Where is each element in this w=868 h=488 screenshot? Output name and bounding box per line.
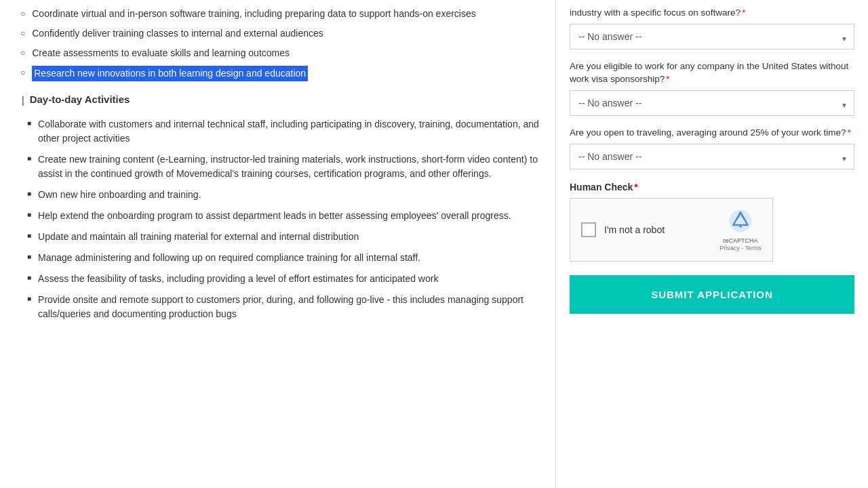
question3-label: Are you open to traveling, averaging aro… [570, 127, 854, 140]
activity-list: Collaborate with customers and internal … [20, 117, 542, 321]
bullet-item-1: Coordinate virtual and in-person softwar… [20, 7, 542, 21]
intro-bullet-list: Coordinate virtual and in-person softwar… [20, 7, 542, 81]
activity-item-1: Collaborate with customers and internal … [27, 117, 542, 146]
activity-item-5: Update and maintain all training materia… [27, 230, 542, 244]
right-panel: industry with a specific focus on softwa… [556, 0, 868, 488]
bullet-item-2: Confidently deliver training classes to … [20, 26, 542, 41]
activity-item-7: Assess the feasibility of tasks, includi… [27, 272, 542, 286]
recaptcha-text: I'm not a robot [604, 224, 665, 235]
recaptcha-brand-text: reCAPTCHA [724, 237, 758, 245]
activity-item-8: Provide onsite and remote support to cus… [27, 293, 542, 321]
question1-label: industry with a specific focus on softwa… [570, 7, 854, 20]
question2-label: Are you eligible to work for any company… [570, 60, 854, 86]
recaptcha-privacy-text: Privacy - Terms [719, 245, 762, 251]
recaptcha-left: I'm not a robot [581, 222, 665, 237]
activity-item-6: Manage administering and following up on… [27, 251, 542, 265]
bullet-item-3: Create assessments to evaluate skills an… [20, 46, 542, 60]
question2-wrapper[interactable]: -- No answer -- [570, 90, 854, 120]
recaptcha-logo: reCAPTCHA Privacy - Terms [719, 208, 762, 252]
day-to-day-title: Day-to-day Activities [28, 94, 130, 105]
question2-required: * [666, 74, 669, 84]
question1-wrapper[interactable]: -- No answer -- [570, 24, 854, 54]
recaptcha-icon [728, 208, 753, 237]
submit-application-button[interactable]: SUBMIT APPLICATION [570, 275, 854, 314]
question3-select[interactable]: -- No answer -- [570, 144, 854, 169]
human-check-label: Human Check* [570, 182, 854, 192]
question3-required: * [848, 127, 851, 138]
svg-point-0 [739, 225, 742, 228]
question3-wrapper[interactable]: -- No answer -- [570, 144, 854, 174]
activity-item-4: Help extend the onboarding program to as… [27, 209, 542, 223]
activity-item-2: Create new training content (e-Learning,… [27, 152, 542, 181]
bullet-item-4-highlighted: Research new innovations in both learnin… [20, 66, 542, 81]
recaptcha-box: I'm not a robot reCAPTCHA Privacy - Term… [570, 198, 773, 262]
activity-item-3: Own new hire onboarding and training. [27, 188, 542, 202]
question2-select[interactable]: -- No answer -- [570, 90, 854, 116]
human-check-required: * [634, 182, 637, 192]
question1-required: * [742, 7, 745, 18]
left-panel: Coordinate virtual and in-person softwar… [0, 0, 556, 488]
recaptcha-checkbox[interactable] [581, 222, 596, 237]
question1-select[interactable]: -- No answer -- [570, 24, 854, 49]
